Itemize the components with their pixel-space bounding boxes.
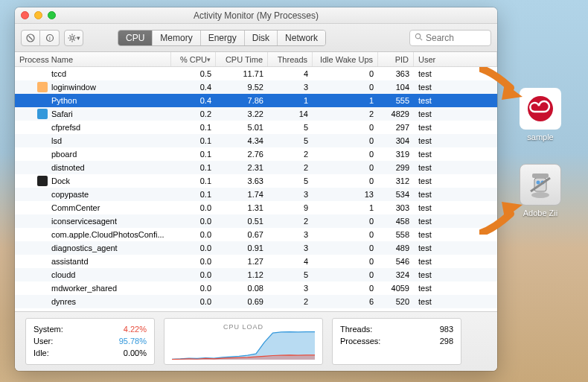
col-header-pid[interactable]: PID (378, 52, 414, 66)
cell-threads: 2 (268, 217, 313, 226)
col-header-threads[interactable]: Threads (268, 52, 313, 66)
desktop-label-zii: Adobe Zii (523, 208, 557, 217)
activity-monitor-window: Activity Monitor (My Processes) i CPU Me… (15, 7, 497, 371)
process-action-group: i (21, 30, 60, 46)
table-row[interactable]: cloudd0.01.1250324test (15, 268, 497, 281)
cell-threads: 5 (268, 176, 313, 185)
search-field[interactable] (409, 30, 491, 46)
desktop-item-adobe-zii[interactable]: Adobe Zii (514, 164, 567, 217)
cell-user: test (414, 163, 497, 172)
cell-idlewakeups: 0 (313, 284, 378, 293)
svg-line-2 (29, 36, 33, 39)
tab-network[interactable]: Network (278, 31, 325, 45)
cell-cpu: 0.0 (171, 297, 216, 306)
cell-threads: 3 (268, 243, 313, 252)
tab-disk[interactable]: Disk (245, 31, 278, 45)
table-row[interactable]: Dock0.13.6350312test (15, 174, 497, 188)
cell-pid: 546 (378, 257, 414, 266)
process-table[interactable]: tccd0.511.7140363testloginwindow0.49.523… (15, 67, 497, 311)
cell-cputime: 5.01 (216, 123, 268, 132)
cell-idlewakeups: 0 (313, 123, 378, 132)
table-row[interactable]: Python0.47.8611555test (15, 94, 497, 107)
cell-user: test (414, 96, 497, 105)
table-row[interactable]: mdworker_shared0.00.08304059test (15, 281, 497, 295)
cell-name: iconservicesagent (51, 217, 117, 226)
cell-user: test (414, 284, 497, 293)
table-row[interactable]: copypaste0.11.74313534test (15, 188, 497, 201)
cell-threads: 5 (268, 123, 313, 132)
col-header-user[interactable]: User (414, 52, 497, 66)
cell-cpu: 0.1 (171, 163, 216, 172)
svg-line-15 (420, 38, 422, 40)
inspect-process-button[interactable]: i (40, 30, 60, 46)
cell-user: test (414, 69, 497, 78)
cell-pid: 4059 (378, 284, 414, 293)
cell-user: test (414, 176, 497, 185)
table-row[interactable]: com.apple.CloudPhotosConfi...0.00.673055… (15, 228, 497, 241)
table-row[interactable]: distnoted0.12.3120299test (15, 161, 497, 174)
cell-idlewakeups: 1 (313, 96, 378, 105)
svg-rect-21 (532, 174, 549, 178)
stop-process-button[interactable] (21, 30, 40, 46)
table-row[interactable]: cfprefsd0.15.0150297test (15, 121, 497, 134)
col-header-cpu[interactable]: % CPU (171, 52, 216, 66)
close-icon[interactable] (21, 11, 29, 19)
cell-name: Python (51, 96, 77, 105)
search-input[interactable] (426, 33, 486, 43)
label-processes: Processes: (340, 337, 380, 346)
label-user: User: (33, 337, 53, 346)
table-row[interactable]: dynres0.00.6926520test (15, 295, 497, 308)
tab-memory[interactable]: Memory (153, 31, 200, 45)
cell-cpu: 0.0 (171, 243, 216, 252)
cell-idlewakeups: 0 (313, 83, 378, 92)
cell-cpu: 0.5 (171, 69, 216, 78)
cell-name: cfprefsd (51, 123, 80, 132)
cell-name: dynres (51, 297, 76, 306)
cell-cputime: 0.67 (216, 230, 268, 239)
automator-icon (520, 164, 561, 206)
cell-threads: 2 (268, 297, 313, 306)
table-row[interactable]: diagnostics_agent0.00.9130489test (15, 241, 497, 255)
svg-line-12 (74, 35, 74, 36)
toolbar: i CPU Memory Energy Disk Network (15, 24, 497, 52)
zoom-icon[interactable] (48, 11, 56, 19)
cell-threads: 9 (268, 203, 313, 212)
col-header-name[interactable]: Process Name (15, 52, 171, 66)
cell-name: distnoted (51, 163, 85, 172)
desktop-item-sample[interactable]: sample (514, 88, 567, 141)
minimize-icon[interactable] (34, 11, 42, 19)
cell-threads: 5 (268, 270, 313, 279)
col-header-cputime[interactable]: CPU Time (216, 52, 268, 66)
titlebar[interactable]: Activity Monitor (My Processes) (15, 7, 497, 24)
cell-threads: 14 (268, 109, 313, 118)
table-row[interactable]: Safari0.23.221424829test (15, 107, 497, 121)
cell-name: mdworker_shared (51, 284, 117, 293)
table-row[interactable]: iconservicesagent0.00.5120458test (15, 214, 497, 228)
col-header-idlewakeups[interactable]: Idle Wake Ups (313, 52, 378, 66)
cell-name: pboard (51, 150, 77, 159)
table-row[interactable]: tccd0.511.7140363test (15, 67, 497, 80)
table-row[interactable]: lsd0.14.3450304test (15, 134, 497, 147)
cell-user: test (414, 203, 497, 212)
cell-threads: 4 (268, 257, 313, 266)
cell-cpu: 0.0 (171, 230, 216, 239)
cell-name: lsd (51, 136, 62, 145)
table-row[interactable]: loginwindow0.49.5230104test (15, 80, 497, 94)
gear-menu-button[interactable] (64, 30, 83, 46)
cell-cputime: 0.69 (216, 297, 268, 306)
cell-user: test (414, 230, 497, 239)
tab-cpu[interactable]: CPU (118, 31, 153, 45)
cell-pid: 458 (378, 217, 414, 226)
cell-pid: 324 (378, 270, 414, 279)
cell-pid: 304 (378, 136, 414, 145)
table-row[interactable]: pboard0.12.7620319test (15, 147, 497, 161)
cpu-load-panel: CPU LOAD (164, 318, 323, 365)
cell-cputime: 2.31 (216, 163, 268, 172)
creative-cloud-icon (520, 88, 561, 130)
table-row[interactable]: CommCenter0.01.3191303test (15, 201, 497, 214)
cell-pid: 4829 (378, 109, 414, 118)
table-row[interactable]: assistantd0.01.2740546test (15, 255, 497, 268)
value-idle: 0.00% (124, 348, 147, 357)
cell-cpu: 0.1 (171, 150, 216, 159)
tab-energy[interactable]: Energy (201, 31, 245, 45)
